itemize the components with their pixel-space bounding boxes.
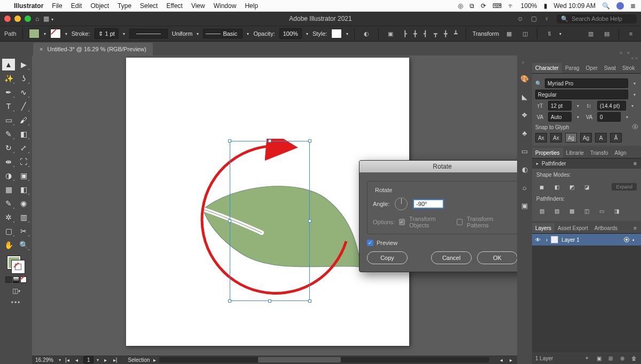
minimize-window[interactable] <box>14 15 21 22</box>
align-left-icon[interactable]: ┣ <box>401 28 409 39</box>
zoom-tool[interactable]: 🔍 <box>17 239 30 251</box>
tab-layers[interactable]: Layers <box>532 223 554 233</box>
gradient-mode-icon[interactable] <box>13 276 19 283</box>
glyph-ax2-icon[interactable]: Ax <box>550 133 562 143</box>
lasso-tool[interactable]: ʖ <box>17 73 30 84</box>
font-search-icon[interactable]: 🔍 <box>535 81 542 86</box>
stroke-dropdown[interactable]: ▾ <box>65 31 67 36</box>
graphic-styles-icon[interactable]: ▣ <box>520 201 529 210</box>
fill-swatch[interactable] <box>29 29 40 38</box>
copy-button[interactable]: Copy <box>367 251 408 264</box>
mesh-tool[interactable]: ▦ <box>2 184 15 195</box>
glyph-a2-icon[interactable]: Å <box>610 133 622 143</box>
none-mode-icon[interactable] <box>20 276 27 283</box>
tab-paragraph[interactable]: Parag <box>562 63 583 73</box>
symbols-panel-icon[interactable]: ❖ <box>520 110 529 120</box>
magic-wand-tool[interactable]: ✨ <box>2 73 15 84</box>
zoom-dd[interactable]: ▾ <box>59 358 61 362</box>
symbol-spray-tool[interactable]: ✲ <box>2 211 15 223</box>
merge-icon[interactable]: ▩ <box>566 206 577 216</box>
leading-input[interactable]: (14.4 pt) <box>597 101 626 110</box>
tracking-dd[interactable]: ▾ <box>624 115 630 120</box>
opacity-dd[interactable]: ▾ <box>306 31 308 36</box>
target-icon[interactable] <box>624 237 629 242</box>
menu-select[interactable]: Select <box>140 2 158 10</box>
layers-menu-icon[interactable]: ≡ <box>630 223 641 233</box>
vw-dd[interactable]: ▾ <box>197 31 199 36</box>
draw-mode[interactable]: ◫ ▾ <box>12 287 20 295</box>
panel-menu-icon[interactable]: ≡ <box>638 63 641 73</box>
glyph-ag-icon[interactable]: Ag <box>565 133 577 143</box>
locate-layer-icon[interactable]: ⌖ <box>583 355 591 361</box>
menu-view[interactable]: View <box>191 2 205 10</box>
graph-tool[interactable]: ▥ <box>17 211 30 223</box>
cc-icon[interactable]: ◎ <box>458 2 463 10</box>
scroll-left-icon[interactable]: ◂ <box>498 357 504 363</box>
angle-input[interactable]: -90° <box>413 199 444 209</box>
recolor-icon[interactable]: ◐ <box>361 28 372 39</box>
stroke-swatch[interactable] <box>50 29 61 38</box>
next-artboard-icon[interactable]: ▸ <box>102 357 108 363</box>
gradient-tool[interactable]: ◧ <box>17 184 30 195</box>
curvature-tool[interactable]: ∿ <box>17 86 30 98</box>
close-window[interactable] <box>4 15 11 22</box>
width-tool[interactable]: ⇼ <box>2 156 15 168</box>
arrange-docs-icon[interactable]: ▦ ▾ <box>43 15 53 22</box>
exclude-icon[interactable]: ◪ <box>581 182 592 192</box>
keyboard-icon[interactable]: ⌨ <box>493 2 502 10</box>
stroke-color[interactable] <box>12 260 25 273</box>
visibility-icon[interactable]: 👁 <box>535 237 543 243</box>
stroke-panel-icon[interactable]: ▭ <box>520 146 529 156</box>
spotlight-icon[interactable]: 🔍 <box>602 2 610 10</box>
transform-label[interactable]: Transform <box>472 30 499 37</box>
minus-front-icon[interactable]: ◧ <box>551 182 562 192</box>
kerning-dd[interactable]: ▾ <box>575 115 581 120</box>
tab-align[interactable]: Align <box>611 148 629 158</box>
transform-patterns-checkbox[interactable] <box>457 219 463 225</box>
search-help-input[interactable]: 🔍 Search Adobe Help <box>557 14 637 23</box>
delete-layer-icon[interactable]: 🗑 <box>630 355 638 361</box>
tab-libraries[interactable]: Librarie <box>563 148 587 158</box>
paintbrush-tool[interactable]: 🖌 <box>17 114 30 126</box>
color-mode-icon[interactable] <box>5 276 12 283</box>
new-layer-icon[interactable]: ⊕ <box>619 355 626 361</box>
tracking-input[interactable]: 0 <box>597 112 621 122</box>
style-dd[interactable]: ▾ <box>346 31 348 36</box>
wifi-icon[interactable]: ᯤ <box>508 2 514 10</box>
align-right-icon[interactable]: ┫ <box>421 28 429 39</box>
angle-dial[interactable] <box>395 197 408 210</box>
glyph-a-icon[interactable]: A <box>595 133 607 143</box>
align-hcenter-icon[interactable]: ╋ <box>411 28 419 39</box>
crop-pf-icon[interactable]: ◫ <box>581 206 592 216</box>
layer-name[interactable]: Layer 1 <box>561 237 579 243</box>
sync-icon[interactable]: ⟳ <box>481 2 486 10</box>
stroke-weight-dd[interactable]: ▾ <box>123 31 125 36</box>
last-artboard-icon[interactable]: ▸| <box>112 357 118 363</box>
free-transform-tool[interactable]: ⛶ <box>17 156 30 168</box>
eyedropper-tool[interactable]: ✎ <box>2 197 15 209</box>
tab-properties[interactable]: Properties <box>532 148 563 158</box>
snap-glyph-toggle-icon[interactable]: Ⓐ <box>632 123 638 131</box>
shaper-tool[interactable]: ✎ <box>2 128 15 140</box>
appearance-panel-icon[interactable]: ☼ <box>520 183 529 192</box>
leading-dd[interactable]: ▾ <box>629 104 636 108</box>
fill-stroke-swatches[interactable] <box>5 256 27 283</box>
cancel-button[interactable]: Cancel <box>431 251 472 264</box>
font-style-input[interactable]: Regular <box>535 90 628 99</box>
expand-button[interactable]: Expand <box>612 183 637 191</box>
selection-bounding-box[interactable] <box>230 141 310 301</box>
ok-button[interactable]: OK <box>477 251 517 264</box>
minus-back-icon[interactable]: ◨ <box>611 206 622 216</box>
shape-builder-tool[interactable]: ◑ <box>2 170 15 181</box>
font-size-input[interactable]: 12 pt <box>548 101 572 110</box>
kerning-input[interactable]: Auto <box>548 112 572 122</box>
brush-definition[interactable]: Basic <box>203 29 243 38</box>
direct-selection-tool[interactable]: ▶ <box>17 59 30 70</box>
gradient-panel-icon[interactable]: ◐ <box>520 164 529 174</box>
slice-tool[interactable]: ✂ <box>17 225 30 237</box>
envelope-dd[interactable]: ▾ <box>559 31 561 36</box>
share-icon[interactable]: ▢ <box>531 15 537 22</box>
brush-dd[interactable]: ▾ <box>247 31 249 36</box>
preview-checkbox[interactable]: ✓ <box>367 240 373 246</box>
align-top-icon[interactable]: ┳ <box>431 28 440 39</box>
